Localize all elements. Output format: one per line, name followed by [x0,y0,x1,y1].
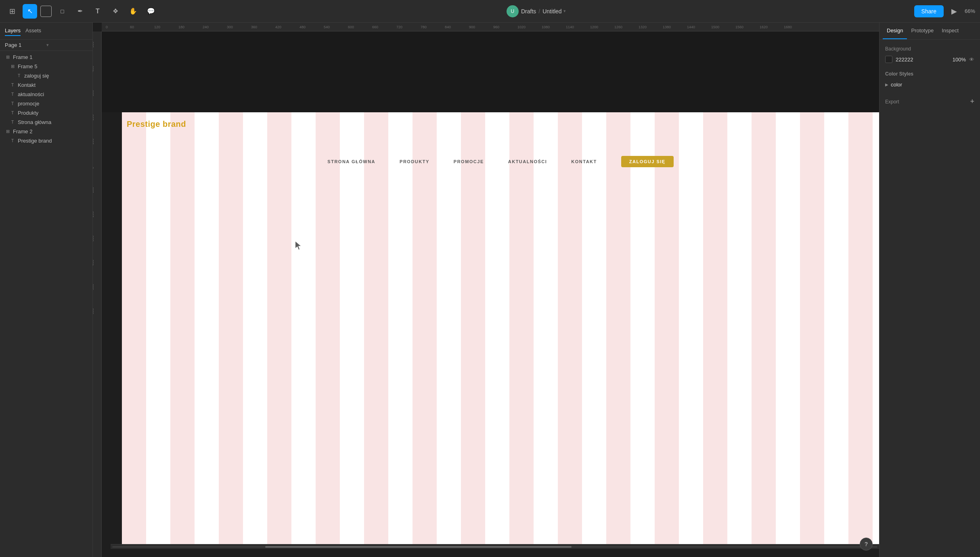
svg-text:1440: 1440 [687,25,695,29]
breadcrumb-title[interactable]: Untitled ▾ [542,8,565,15]
layer-item-produkty[interactable]: T Produkty [0,108,92,118]
text-icon: T [10,111,15,115]
frame-icon: ⊞ [5,129,10,134]
help-button[interactable]: ? [860,538,873,551]
background-label: Background [885,46,974,52]
layer-name-promocje: promocje [18,101,88,107]
zoom-label[interactable]: 66% [965,8,975,14]
main-menu-icon[interactable]: ⊞ [5,4,19,19]
layer-list: ⊞ Frame 1 ⊞ Frame 5 T zaloguj się T Kont… [0,51,92,557]
right-panel-content: Background 222222 100% 👁 Color Styles ▶ … [879,40,980,557]
tab-design[interactable]: Design [883,23,907,39]
svg-text:180: 180 [178,25,184,29]
share-button[interactable]: Share [914,5,944,17]
layer-item-promocje[interactable]: T promocje [0,99,92,108]
svg-text:100: 100 [93,187,94,193]
svg-text:200: 200 [93,114,94,120]
svg-text:300: 300 [93,90,94,96]
layer-name-produkty: Produkty [18,110,88,116]
nav-content: Prestige brand STRONA GŁÓWNA PRODUKTY PR… [122,112,879,549]
text-icon: T [10,83,15,87]
main-layout: Layers Assets Page 1 ▾ ⊞ Frame 1 ⊞ Frame… [0,23,980,557]
scrollbar-thumb[interactable] [265,546,571,548]
svg-text:960: 960 [493,25,499,29]
background-opacity-value[interactable]: 100% [953,57,966,63]
select-tool-icon[interactable]: ↖ [23,4,37,19]
page-name: Page 1 [5,42,46,48]
layer-item-zaloguj[interactable]: T zaloguj się [0,71,92,80]
layer-item-kontakt[interactable]: T Kontakt [0,80,92,90]
horizontal-scrollbar[interactable] [111,544,879,549]
layer-item-aktualnosci[interactable]: T aktualności [0,90,92,99]
svg-text:500: 500 [93,42,94,48]
text-icon: T [10,92,15,97]
text-tool-icon[interactable]: T [90,4,105,19]
cursor-indicator [295,242,302,250]
tab-inspect[interactable]: Inspect [938,23,963,39]
svg-text:360: 360 [251,25,257,29]
nav-item-produkty[interactable]: PRODUKTY [400,159,429,164]
export-add-button[interactable]: + [970,97,974,106]
svg-text:660: 660 [372,25,378,29]
nav-item-strona[interactable]: STRONA GŁÓWNA [327,159,375,164]
svg-text:500: 500 [93,284,94,290]
background-color-swatch[interactable] [885,56,892,63]
text-icon: T [10,120,15,124]
tab-assets[interactable]: Assets [25,26,41,36]
layer-item-frame2[interactable]: ⊞ Frame 2 [0,127,92,136]
comment-tool-icon[interactable]: 💬 [144,4,158,19]
dropdown-chevron-icon: ▾ [563,8,566,14]
svg-text:780: 780 [421,25,427,29]
svg-text:1320: 1320 [639,25,647,29]
nav-bar: STRONA GŁÓWNA PRODUKTY PROMOCJE AKTUALNO… [122,156,879,167]
text-icon: T [10,139,15,143]
tab-layers[interactable]: Layers [5,26,21,36]
scrollbar-track [112,546,877,548]
layer-item-frame5[interactable]: ⊞ Frame 5 [0,62,92,71]
artboard[interactable]: Prestige brand STRONA GŁÓWNA PRODUKTY PR… [122,112,879,549]
svg-text:1080: 1080 [542,25,550,29]
svg-text:0: 0 [106,25,108,29]
play-button[interactable]: ▶ [948,5,961,18]
shape-tool-icon[interactable]: ◻ [55,4,69,19]
svg-text:1680: 1680 [784,25,792,29]
tab-prototype[interactable]: Prototype [907,23,938,39]
page-selector[interactable]: Page 1 ▾ [0,40,92,51]
svg-text:240: 240 [203,25,209,29]
svg-text:100: 100 [93,139,94,145]
svg-text:1200: 1200 [590,25,598,29]
canvas-content[interactable]: Prestige brand STRONA GŁÓWNA PRODUKTY PR… [102,32,879,549]
layer-name-aktualnosci: aktualności [18,91,88,97]
left-sidebar: Layers Assets Page 1 ▾ ⊞ Frame 1 ⊞ Frame… [0,23,93,557]
frame-tool-icon[interactable] [40,6,52,17]
nav-item-aktualnosci[interactable]: AKTUALNOŚCI [508,159,547,164]
svg-text:420: 420 [275,25,281,29]
svg-text:540: 540 [324,25,330,29]
components-tool-icon[interactable]: ❖ [108,4,123,19]
background-row: 222222 100% 👁 [885,56,974,63]
toolbar-center: U Drafts / Untitled ▾ [158,5,914,17]
prestige-brand-label: Prestige brand [127,120,186,129]
text-icon: T [10,101,15,106]
layer-item-frame1[interactable]: ⊞ Frame 1 [0,53,92,62]
hand-tool-icon[interactable]: ✋ [126,4,140,19]
frame-icon: ⊞ [5,55,10,60]
layer-item-prestige[interactable]: T Prestige brand [0,136,92,145]
sidebar-tabs: Layers Assets [0,23,92,40]
export-label: Export [885,99,899,105]
svg-text:600: 600 [93,308,94,314]
export-section: Export + [885,97,974,106]
export-header: Export + [885,97,974,106]
nav-item-promocje[interactable]: PROMOCJE [454,159,484,164]
pen-tool-icon[interactable]: ✒ [73,4,87,19]
visibility-eye-icon[interactable]: 👁 [969,57,974,63]
canvas-area[interactable]: 0 60 120 180 240 300 360 420 480 540 600… [93,23,879,557]
color-group-item[interactable]: ▶ color [885,80,974,89]
text-icon: T [16,74,22,78]
svg-text:60: 60 [130,25,134,29]
background-hex-value[interactable]: 222222 [896,57,949,63]
zaloguj-button[interactable]: ZALOGUJ SIĘ [621,156,674,167]
color-styles-label: Color Styles [885,71,913,77]
nav-item-kontakt[interactable]: KONTAKT [571,159,597,164]
layer-item-strona[interactable]: T Strona główna [0,118,92,127]
